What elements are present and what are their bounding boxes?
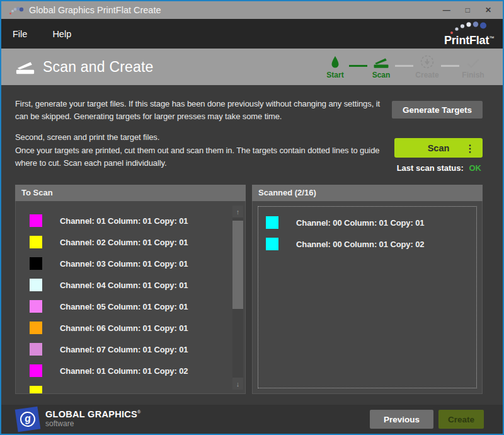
scroll-up-icon: ↑ [236,208,240,216]
channel-label: Channel: 01 Column: 01 Copy: 01 [60,216,188,226]
scanner-step-icon [373,54,389,69]
step-connector [395,65,413,67]
channel-color-swatch [30,364,42,377]
channel-list-item[interactable]: Channel: 05 Column: 01 Copy: 01 [16,296,231,317]
global-graphics-wordmark: GLOBAL GRAPHICS® software [45,410,141,428]
window-controls: — □ ✕ [443,6,491,14]
channel-list-item[interactable]: Channel: 04 Column: 01 Copy: 01 [16,274,231,296]
global-graphics-logo-icon: g [15,407,41,432]
scanned-header: Scanned (2/16) [252,185,483,201]
channel-list-item[interactable]: Channel: 03 Column: 01 Copy: 01 [16,253,231,274]
step-create: Create [414,54,440,79]
window-title: Global Graphics PrintFlat Create [29,5,161,15]
channel-label: Channel: 00 Column: 01 Copy: 01 [296,218,425,228]
channel-label: Channel: 05 Column: 01 Copy: 01 [60,302,188,311]
channel-label: Channel: 00 Column: 01 Copy: 02 [296,240,425,249]
channel-color-swatch [30,322,42,334]
to-scan-header: To Scan [15,185,246,201]
scanned-drop-area: Channel: 00 Column: 01 Copy: 01 Channel:… [258,206,477,388]
printflat-wordmark: PrintFlat™ [444,35,494,46]
step-connector [349,65,367,67]
status-ok-badge: OK [469,163,482,173]
maximize-button[interactable]: □ [466,6,470,14]
droplet-icon [331,54,340,69]
scan-menu-icon[interactable]: ⋮ [465,142,475,154]
logo-g-glyph: g [19,410,36,427]
channel-label: Channel: 06 Column: 01 Copy: 01 [60,323,188,333]
channel-color-swatch [266,216,278,229]
wizard-steps: Start Scan Create [322,54,486,79]
titlebar: Global Graphics PrintFlat Create — □ ✕ [1,1,503,19]
channel-list-item[interactable]: Channel: 00 Column: 01 Copy: 01 [258,212,476,233]
scrollbar-thumb[interactable] [232,221,243,309]
channel-list-item[interactable]: Channel: 00 Column: 01 Copy: 02 [258,233,476,255]
channel-list-item[interactable]: Channel: 01 Column: 01 Copy: 01 [16,210,231,231]
instruction-generate: First, generate your target files. If th… [15,98,393,122]
scanned-list: Channel: 00 Column: 01 Copy: 01 Channel:… [252,201,483,394]
channel-color-swatch [30,236,42,248]
channel-color-swatch [30,343,42,356]
scan-button[interactable]: Scan ⋮ [394,138,483,158]
channel-color-swatch [30,279,42,291]
to-scan-list: Channel: 01 Column: 01 Copy: 01 Channel:… [15,201,246,394]
generate-targets-button[interactable]: Generate Targets [392,101,483,119]
scroll-down-icon: ↓ [236,380,240,388]
channel-label: Channel: 03 Column: 01 Copy: 01 [60,259,188,269]
step-start: Start [322,54,348,79]
channel-color-swatch [30,386,42,393]
to-scan-rows: Channel: 01 Column: 01 Copy: 01 Channel:… [16,201,231,393]
channel-label: Channel: 01 Column: 01 Copy: 02 [60,366,188,376]
last-scan-status: Last scan status: OK [397,163,481,173]
previous-button[interactable]: Previous [370,410,433,429]
channel-list-item[interactable]: Channel: 01 Column: 01 Copy: 02 [16,360,231,381]
scroll-down-button[interactable]: ↓ [232,378,243,390]
step-finish: Finish [460,54,486,79]
to-scan-panel: To Scan Channel: 01 Column: 01 Copy: 01 [15,185,246,394]
channel-color-swatch [266,238,278,250]
content-area: First, generate your target files. If th… [1,85,503,405]
channel-list-item[interactable]: Channel: 02 Column: 01 Copy: 01 [16,231,231,253]
channel-list-item[interactable]: Channel: 06 Column: 01 Copy: 01 [16,317,231,339]
channel-color-swatch [30,300,42,313]
channel-color-swatch [30,257,42,270]
check-icon [466,54,480,69]
scrollbar[interactable]: ↑ ↓ [232,206,243,390]
channel-list-item[interactable] [16,381,231,393]
channel-list-item[interactable]: Channel: 07 Column: 01 Copy: 01 [16,339,231,360]
menu-help[interactable]: Help [52,29,71,39]
minimize-button[interactable]: — [443,6,450,14]
channel-color-swatch [30,214,42,227]
scanned-rows: Channel: 00 Column: 01 Copy: 01 Channel:… [258,207,476,255]
scan-panels: To Scan Channel: 01 Column: 01 Copy: 01 [15,185,483,394]
channel-label: Channel: 07 Column: 01 Copy: 01 [60,345,188,354]
menu-file[interactable]: File [13,29,27,39]
channel-label: Channel: 02 Column: 01 Copy: 01 [60,238,188,247]
scan-button-label: Scan [428,143,450,153]
scanned-panel: Scanned (2/16) Channel: 00 Column: 01 Co… [252,185,483,394]
create-target-icon [420,54,434,69]
printflat-dots-icon [449,21,489,35]
app-window: Global Graphics PrintFlat Create — □ ✕ F… [0,0,504,435]
instruction-print: Second, screen and print the target file… [15,131,159,144]
scroll-up-button[interactable]: ↑ [232,206,243,218]
page-header: Scan and Create Start Scan [1,49,503,85]
app-icon [9,4,24,16]
create-button[interactable]: Create [438,410,484,429]
scanner-icon [15,59,35,75]
step-scan: Scan [368,54,394,79]
footer: g GLOBAL GRAPHICS® software Previous Cre… [1,405,503,434]
printflat-logo: PrintFlat™ [444,21,494,46]
channel-label: Channel: 04 Column: 01 Copy: 01 [60,281,188,290]
menubar: File Help PrintFlat™ [1,19,503,49]
page-title: Scan and Create [43,59,154,76]
step-connector [441,65,459,67]
last-scan-label: Last scan status: [397,163,464,173]
close-button[interactable]: ✕ [485,6,491,14]
instruction-scan: Once your targets are printed, cut them … [15,144,393,169]
